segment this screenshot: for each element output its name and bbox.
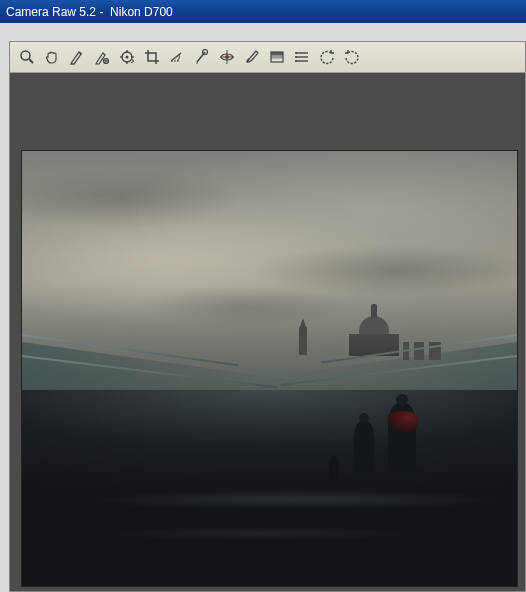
- main-panel: [9, 41, 526, 592]
- rotate-cw-button[interactable]: [341, 46, 363, 68]
- hand-tool-icon: [44, 49, 60, 65]
- svg-point-6: [126, 56, 129, 59]
- content-area: [0, 23, 526, 592]
- straighten-tool-button[interactable]: [166, 46, 188, 68]
- straighten-tool-icon: [169, 49, 185, 65]
- color-sampler-tool-button[interactable]: [91, 46, 113, 68]
- toolbar: [10, 42, 525, 73]
- photo-figure-2: [354, 421, 374, 473]
- photo-figure-1: [388, 403, 416, 473]
- title-separator: -: [96, 5, 107, 19]
- color-sampler-tool-icon: [94, 49, 110, 65]
- svg-point-0: [21, 51, 30, 60]
- photo-dome-building: [359, 316, 389, 338]
- preferences-button[interactable]: [291, 46, 313, 68]
- crop-tool-button[interactable]: [141, 46, 163, 68]
- preview-area: [10, 73, 525, 591]
- rotate-ccw-button[interactable]: [316, 46, 338, 68]
- camera-model: Nikon D700: [107, 5, 173, 19]
- photo-preview[interactable]: [21, 150, 518, 587]
- rotate-cw-icon: [344, 49, 360, 65]
- svg-point-21: [295, 52, 297, 54]
- preferences-icon: [294, 49, 310, 65]
- targeted-adjustment-tool-icon: [119, 49, 135, 65]
- photo-figure-3: [329, 456, 339, 482]
- adjustment-brush-tool-button[interactable]: [241, 46, 263, 68]
- photo-tower: [299, 327, 307, 355]
- graduated-filter-tool-icon: [269, 49, 285, 65]
- rotate-ccw-icon: [319, 49, 335, 65]
- svg-point-23: [295, 60, 297, 62]
- adjustment-brush-tool-icon: [244, 49, 260, 65]
- graduated-filter-tool-button[interactable]: [266, 46, 288, 68]
- zoom-tool-button[interactable]: [16, 46, 38, 68]
- spot-removal-tool-icon: [194, 49, 210, 65]
- camera-raw-window: Camera Raw 5.2 - Nikon D700: [0, 0, 526, 592]
- svg-point-22: [295, 56, 297, 58]
- red-eye-removal-tool-icon: [219, 49, 235, 65]
- targeted-adjustment-tool-button[interactable]: [116, 46, 138, 68]
- photo-ground-reflection: [22, 490, 517, 586]
- red-eye-removal-tool-button[interactable]: [216, 46, 238, 68]
- white-balance-tool-icon: [69, 49, 85, 65]
- hand-tool-button[interactable]: [41, 46, 63, 68]
- white-balance-tool-button[interactable]: [66, 46, 88, 68]
- titlebar: Camera Raw 5.2 - Nikon D700: [0, 0, 526, 23]
- svg-rect-16: [271, 52, 283, 55]
- svg-rect-17: [271, 55, 283, 58]
- app-name: Camera Raw 5.2: [6, 5, 96, 19]
- spot-removal-tool-button[interactable]: [191, 46, 213, 68]
- zoom-tool-icon: [19, 49, 35, 65]
- crop-tool-icon: [144, 49, 160, 65]
- svg-line-1: [29, 59, 33, 63]
